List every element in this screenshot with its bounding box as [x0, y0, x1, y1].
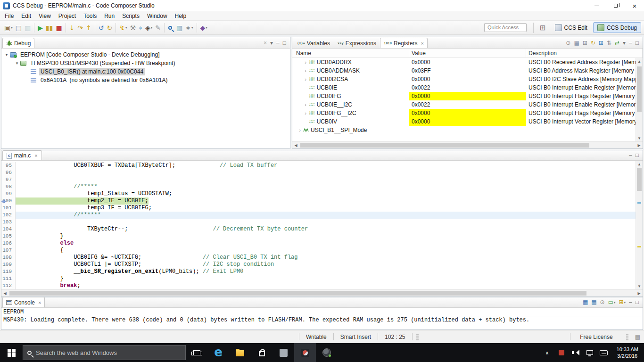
scroll-down-icon[interactable]: ▼	[636, 135, 643, 141]
pin-button[interactable]: ⊙	[565, 40, 571, 47]
menu-help[interactable]: Help	[171, 12, 190, 20]
registers-vertical-scrollbar[interactable]: ▲ ▼	[636, 58, 643, 141]
minimize-view-button[interactable]: –	[628, 152, 633, 159]
expand-arrow-icon[interactable]: ›	[303, 102, 308, 107]
code-line[interactable]: 106 else	[1, 240, 643, 247]
code-line[interactable]: 112 break;	[1, 282, 643, 289]
step-into-button[interactable]: ↓	[68, 23, 76, 33]
store-button[interactable]	[251, 343, 272, 362]
register-row[interactable]: 1010 0101UCB0IV0x0000USCI B0 Interrupt V…	[292, 117, 636, 126]
keyboard-button[interactable]	[597, 343, 611, 362]
file-explorer-button[interactable]	[229, 343, 251, 362]
resume-button[interactable]: ▶	[36, 23, 44, 33]
scroll-up-icon[interactable]: ▲	[636, 161, 643, 167]
code-area[interactable]: 95 UCB0TXBUF = TXData[TXByteCtr]; // Loa…	[1, 161, 643, 289]
column-header-value[interactable]: Value	[409, 49, 526, 58]
scrollbar-thumb[interactable]	[637, 66, 642, 112]
register-row[interactable]: ›1010 0101UCB0ADDMASK0x03FFUSCI B0 Addre…	[292, 66, 636, 75]
menu-edit[interactable]: Edit	[17, 12, 35, 20]
expand-arrow-icon[interactable]: ›	[303, 110, 308, 116]
code-line[interactable]: 99 temp1_Status = UCB0STATW;	[1, 190, 643, 197]
code-line[interactable]: 110 __bic_SR_register_on_exit(LPM0_bits)…	[1, 268, 643, 275]
scroll-down-icon[interactable]: ▼	[636, 283, 643, 289]
scrollbar-track[interactable]	[8, 290, 636, 296]
code-line[interactable]: 108 UCB0IFG &= ~UCTXIFG; // Clear USCI_B…	[1, 254, 643, 261]
word-wrap-button[interactable]: ▦	[590, 299, 597, 306]
refresh-button[interactable]: ↻	[106, 23, 114, 33]
expand-arrow-icon[interactable]: ›	[303, 59, 308, 65]
scroll-up-icon[interactable]: ▲	[636, 58, 643, 65]
number-format-button[interactable]: ▦	[573, 40, 580, 47]
app-tile-button[interactable]	[272, 343, 294, 362]
ccs-button[interactable]	[294, 343, 316, 362]
edit-source-button[interactable]: ✎	[154, 23, 162, 33]
save-button[interactable]: ▤	[14, 23, 23, 33]
close-tab-icon[interactable]: ×	[38, 300, 41, 305]
suspend-button[interactable]: ▮▮	[44, 23, 54, 33]
minimize-view-button[interactable]: –	[628, 40, 633, 47]
menu-run[interactable]: Run	[100, 12, 118, 20]
close-tab-icon[interactable]: ×	[421, 41, 424, 46]
status-misc-icon[interactable]: ▤	[635, 334, 640, 340]
export-button[interactable]: ⇅	[606, 40, 612, 47]
code-line[interactable]: 98 //*****	[1, 183, 643, 190]
search-input[interactable]	[36, 349, 181, 356]
registers-horizontal-scrollbar[interactable]: ◀ ▶	[292, 141, 643, 148]
minimize-view-button[interactable]: –	[628, 299, 633, 306]
expand-all-button[interactable]: ⊞	[582, 40, 588, 47]
debug-tree-item[interactable]: USCI_B0_ISR() at main.c:100 0x00C044	[1, 67, 290, 76]
add-register-view-button[interactable]: ⊞	[598, 40, 604, 47]
restart-button[interactable]: ↺	[97, 23, 106, 33]
column-header-description[interactable]: Description	[526, 49, 643, 58]
save-all-button[interactable]: ▥	[23, 23, 32, 33]
volume-button[interactable]	[569, 343, 583, 362]
register-row[interactable]: 1010 0101UCB0IE0x0022USCI B0 Interrupt E…	[292, 83, 636, 92]
expand-arrow-icon[interactable]: ›	[297, 127, 303, 133]
code-line[interactable]: 97	[1, 176, 643, 183]
code-line[interactable]: 95 UCB0TXBUF = TXData[TXByteCtr]; // Loa…	[1, 162, 643, 169]
scrollbar-thumb[interactable]	[9, 291, 586, 296]
taskbar-search[interactable]	[23, 345, 186, 360]
scrollbar-thumb[interactable]	[637, 168, 642, 191]
display-selected-console-button[interactable]: ▭▾	[607, 299, 617, 306]
tab-main-c[interactable]: c main.c ×	[2, 150, 42, 160]
scrollbar-thumb[interactable]	[300, 143, 589, 148]
new-button[interactable]: ▣▾	[3, 23, 14, 33]
expand-arrow-icon[interactable]: ›	[303, 68, 308, 74]
tab-expressions[interactable]: x+yExpressions	[334, 38, 380, 48]
tab-debug[interactable]: Debug	[2, 38, 34, 48]
editor-horizontal-scrollbar[interactable]: ◀ ▶	[1, 289, 643, 296]
code-line[interactable]: 111 }	[1, 275, 643, 282]
scroll-lock-button[interactable]: ▦	[582, 299, 589, 306]
tab-variables[interactable]: (x)=Variables	[293, 38, 334, 48]
menu-project[interactable]: Project	[55, 12, 80, 20]
minimize-view-button[interactable]: –	[275, 40, 281, 47]
ccs-splash-button[interactable]	[316, 343, 338, 362]
step-return-button[interactable]: ↑	[84, 23, 93, 33]
scroll-right-icon[interactable]: ▶	[636, 290, 643, 296]
console-output[interactable]: EEPROMMSP430: Loading complete. There we…	[1, 308, 643, 329]
import-button[interactable]: ⇄	[614, 40, 620, 47]
build-button[interactable]: ⚒	[129, 23, 138, 33]
code-line[interactable]: 104 TXByteCtr--; // Decrement TX byte co…	[1, 226, 643, 233]
scroll-right-icon[interactable]: ▶	[636, 142, 643, 148]
open-perspective-button[interactable]: ⊞	[537, 23, 549, 33]
favorites-button[interactable]: ∗▾	[184, 23, 194, 33]
taskbar-clock[interactable]: 10:33 AM 3/2/2016	[611, 343, 644, 362]
code-line[interactable]: 103	[1, 219, 643, 226]
remove-all-terminated-button[interactable]: ×	[263, 40, 268, 47]
code-line[interactable]: 105 }	[1, 233, 643, 240]
expand-arrow-icon[interactable]: ▾	[14, 61, 20, 66]
task-view-button[interactable]	[186, 343, 207, 362]
view-menu-button[interactable]: ▾	[269, 40, 274, 47]
scrollbar-track[interactable]	[299, 142, 636, 148]
start-button[interactable]	[0, 343, 23, 362]
code-line[interactable]: 109 UCB0CTL1 |= UCTXSTP; // I2C stop con…	[1, 261, 643, 268]
menu-scripts[interactable]: Scripts	[118, 12, 143, 20]
register-row[interactable]: ›1010 0101UCB0IE__I2C0x0022USCI B0 Inter…	[292, 100, 636, 109]
register-row[interactable]: ›USCI_B1__SPI_Mode	[292, 126, 636, 134]
search-button[interactable]	[166, 24, 175, 32]
debug-tree-item[interactable]: ▾EEPROM [Code Composer Studio - Device D…	[1, 50, 290, 59]
flash-button[interactable]: ↯▾	[118, 23, 128, 33]
edge-button[interactable]: e	[207, 343, 229, 362]
